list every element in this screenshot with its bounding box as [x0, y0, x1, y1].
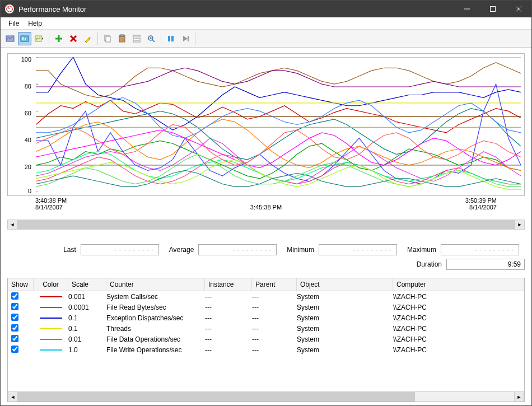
chart[interactable]: 100 80 60 40 20 0 — [7, 53, 525, 196]
table-row[interactable]: 0.01File Data Operations/sec------System… — [8, 334, 524, 344]
svg-rect-7 — [22, 37, 24, 40]
cell-scale: 0.01 — [68, 335, 106, 343]
time-scrollbar[interactable]: ◄ ► — [7, 220, 525, 230]
copy-button[interactable] — [101, 32, 114, 45]
app-window: Performance Monitor File Help 100 — [0, 0, 532, 406]
avg-label: Average — [169, 246, 194, 254]
show-checkbox[interactable] — [11, 324, 18, 332]
hdr-scale[interactable]: Scale — [68, 278, 106, 291]
cell-computer: \\ZACH-PC — [393, 304, 524, 311]
cell-counter: System Calls/sec — [106, 293, 205, 301]
cell-computer: \\ZACH-PC — [393, 314, 524, 322]
cell-counter: File Data Operations/sec — [106, 335, 205, 343]
cell-computer: \\ZACH-PC — [393, 325, 524, 333]
cell-object: System — [297, 325, 393, 333]
scroll-track[interactable] — [17, 220, 515, 230]
color-swatch — [40, 328, 62, 329]
hdr-object[interactable]: Object — [297, 278, 393, 291]
scroll-right-icon[interactable]: ► — [515, 220, 525, 230]
svg-rect-9 — [35, 36, 41, 41]
menu-help[interactable]: Help — [24, 18, 46, 29]
grid-header: Show Color Scale Counter Instance Parent… — [8, 278, 524, 291]
cell-instance: --- — [205, 335, 252, 343]
view-graph-dropdown-icon[interactable] — [32, 32, 46, 45]
grid-scroll-thumb[interactable] — [18, 392, 415, 402]
menu-file[interactable]: File — [4, 18, 24, 29]
show-checkbox[interactable] — [11, 314, 18, 321]
hdr-computer[interactable]: Computer — [393, 278, 524, 291]
color-swatch — [40, 307, 62, 308]
table-row[interactable]: 0.001System Calls/sec------System\\ZACH-… — [8, 291, 524, 302]
color-swatch — [40, 339, 62, 340]
max-label: Maximum — [407, 246, 436, 254]
cell-parent: --- — [252, 335, 297, 343]
show-checkbox[interactable] — [11, 335, 18, 342]
cell-instance: --- — [205, 314, 252, 322]
show-checkbox[interactable] — [11, 346, 18, 353]
freeze-button[interactable] — [164, 32, 178, 45]
grid-hscroll[interactable]: ◄ ► — [8, 391, 524, 402]
cell-object: System — [297, 293, 393, 301]
cell-parent: --- — [252, 325, 297, 333]
cell-instance: --- — [205, 325, 252, 333]
cell-object: System — [297, 346, 393, 354]
cell-counter: File Write Operations/sec — [106, 346, 205, 354]
cell-parent: --- — [252, 293, 297, 301]
table-row[interactable]: 0.1Threads------System\\ZACH-PC — [8, 323, 524, 334]
table-row[interactable]: 0.1Exception Dispatches/sec------System\… — [8, 312, 524, 323]
hdr-color[interactable]: Color — [34, 278, 68, 291]
svg-rect-22 — [168, 36, 170, 41]
ytick: 80 — [25, 83, 31, 90]
hdr-counter[interactable]: Counter — [106, 278, 205, 291]
view-log-icon[interactable] — [18, 32, 31, 45]
properties-button[interactable] — [130, 32, 143, 45]
add-button[interactable] — [52, 32, 66, 45]
svg-rect-23 — [171, 36, 174, 41]
svg-rect-2 — [491, 7, 496, 12]
svg-rect-11 — [106, 36, 110, 42]
hdr-show[interactable]: Show — [8, 278, 34, 291]
counter-grid: Show Color Scale Counter Instance Parent… — [7, 278, 525, 402]
scroll-thumb[interactable] — [17, 220, 515, 229]
cell-scale: 0.001 — [68, 293, 106, 301]
view-current-icon[interactable] — [3, 32, 17, 45]
ytick: 20 — [25, 164, 31, 170]
color-swatch — [40, 318, 62, 319]
grid-scroll-right-icon[interactable]: ► — [514, 392, 524, 402]
update-button[interactable] — [179, 32, 192, 45]
svg-rect-13 — [120, 35, 124, 36]
cell-scale: 0.1 — [68, 314, 106, 322]
min-value: --------- — [319, 244, 397, 255]
app-icon — [5, 4, 14, 13]
cell-parent: --- — [252, 304, 297, 311]
grid-scroll-left-icon[interactable]: ◄ — [8, 392, 18, 402]
maximize-button[interactable] — [480, 1, 506, 17]
duration-label: Duration — [417, 260, 442, 268]
show-checkbox[interactable] — [11, 303, 18, 310]
cell-object: System — [297, 314, 393, 322]
minimize-button[interactable] — [454, 1, 480, 17]
table-row[interactable]: 1.0File Write Operations/sec------System… — [8, 344, 524, 355]
cell-parent: --- — [252, 314, 297, 322]
hdr-instance[interactable]: Instance — [205, 278, 252, 291]
hdr-parent[interactable]: Parent — [252, 278, 297, 291]
highlight-button[interactable] — [81, 32, 95, 45]
cell-computer: \\ZACH-PC — [393, 346, 524, 354]
close-button[interactable] — [506, 1, 531, 17]
cell-parent: --- — [252, 346, 297, 354]
cell-counter: Threads — [106, 325, 205, 333]
delete-button[interactable] — [67, 32, 80, 45]
cell-scale: 0.0001 — [68, 304, 106, 311]
cell-scale: 0.1 — [68, 325, 106, 333]
grid-body[interactable]: 0.001System Calls/sec------System\\ZACH-… — [8, 291, 524, 391]
ytick: 40 — [25, 137, 31, 143]
paste-button[interactable] — [115, 32, 129, 45]
ytick: 60 — [25, 110, 31, 116]
max-value: --------- — [441, 244, 519, 255]
zoom-button[interactable] — [144, 32, 158, 45]
time-start: 3:40:38 PM — [35, 197, 67, 204]
show-checkbox[interactable] — [11, 292, 18, 300]
table-row[interactable]: 0.0001File Read Bytes/sec------System\\Z… — [8, 302, 524, 312]
last-label: Last — [63, 246, 76, 254]
scroll-left-icon[interactable]: ◄ — [7, 220, 17, 230]
